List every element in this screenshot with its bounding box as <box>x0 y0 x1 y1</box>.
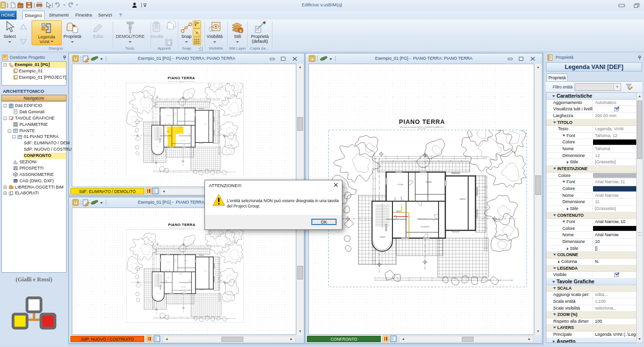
svg-text:ca: ca <box>14 179 17 182</box>
svg-text:s: s <box>240 29 242 33</box>
